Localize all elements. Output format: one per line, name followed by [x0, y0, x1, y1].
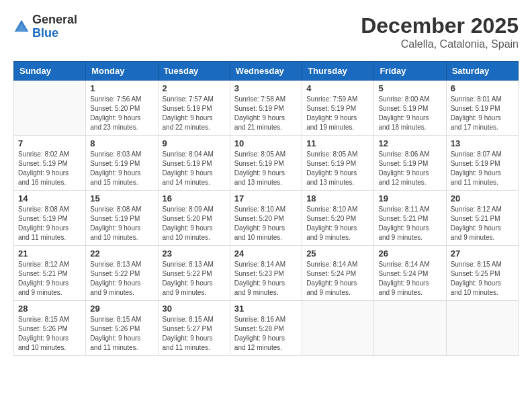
- day-info: Sunrise: 8:08 AMSunset: 5:19 PMDaylight:…: [18, 205, 81, 242]
- logo: General Blue: [13, 13, 77, 40]
- header-cell-monday: Monday: [86, 62, 158, 81]
- header-cell-thursday: Thursday: [302, 62, 374, 81]
- day-info: Sunrise: 8:10 AMSunset: 5:20 PMDaylight:…: [306, 205, 369, 242]
- title-area: December 2025 Calella, Catalonia, Spain: [361, 13, 519, 50]
- header-cell-tuesday: Tuesday: [158, 62, 230, 81]
- day-info: Sunrise: 8:15 AMSunset: 5:25 PMDaylight:…: [451, 260, 514, 298]
- calendar-cell: 6Sunrise: 8:01 AMSunset: 5:19 PMDaylight…: [446, 81, 518, 136]
- header-cell-friday: Friday: [374, 62, 446, 81]
- day-info: Sunrise: 8:06 AMSunset: 5:19 PMDaylight:…: [378, 150, 441, 187]
- day-info: Sunrise: 8:14 AMSunset: 5:23 PMDaylight:…: [234, 260, 298, 298]
- day-info: Sunrise: 8:12 AMSunset: 5:21 PMDaylight:…: [18, 260, 81, 298]
- day-number: 5: [378, 83, 441, 93]
- calendar-cell: 28Sunrise: 8:15 AMSunset: 5:26 PMDayligh…: [14, 301, 86, 356]
- calendar-cell: 9Sunrise: 8:04 AMSunset: 5:19 PMDaylight…: [158, 136, 230, 191]
- day-number: 20: [451, 193, 514, 203]
- day-info: Sunrise: 8:08 AMSunset: 5:19 PMDaylight:…: [90, 205, 153, 242]
- day-info: Sunrise: 7:57 AMSunset: 5:19 PMDaylight:…: [163, 95, 226, 132]
- day-number: 25: [306, 248, 369, 259]
- day-number: 18: [306, 193, 369, 203]
- day-info: Sunrise: 8:14 AMSunset: 5:24 PMDaylight:…: [378, 260, 441, 298]
- calendar-cell: [374, 301, 446, 356]
- day-info: Sunrise: 8:01 AMSunset: 5:19 PMDaylight:…: [451, 95, 514, 132]
- calendar-cell: 14Sunrise: 8:08 AMSunset: 5:19 PMDayligh…: [14, 191, 86, 246]
- day-info: Sunrise: 8:11 AMSunset: 5:21 PMDaylight:…: [378, 205, 441, 242]
- day-number: 26: [378, 248, 441, 259]
- day-info: Sunrise: 8:05 AMSunset: 5:19 PMDaylight:…: [306, 150, 369, 187]
- day-number: 1: [90, 83, 153, 93]
- day-info: Sunrise: 8:16 AMSunset: 5:28 PMDaylight:…: [234, 315, 298, 353]
- day-info: Sunrise: 8:15 AMSunset: 5:27 PMDaylight:…: [163, 315, 226, 353]
- calendar-cell: 8Sunrise: 8:03 AMSunset: 5:19 PMDaylight…: [86, 136, 158, 191]
- day-number: 4: [306, 83, 369, 93]
- header-cell-wednesday: Wednesday: [230, 62, 302, 81]
- calendar-week-1: 1Sunrise: 7:56 AMSunset: 5:20 PMDaylight…: [14, 81, 519, 136]
- day-info: Sunrise: 8:14 AMSunset: 5:24 PMDaylight:…: [306, 260, 369, 298]
- calendar-cell: 11Sunrise: 8:05 AMSunset: 5:19 PMDayligh…: [302, 136, 374, 191]
- calendar-cell: [302, 301, 374, 356]
- day-info: Sunrise: 8:05 AMSunset: 5:19 PMDaylight:…: [234, 150, 298, 187]
- calendar-cell: 29Sunrise: 8:15 AMSunset: 5:26 PMDayligh…: [86, 301, 158, 356]
- calendar-cell: 15Sunrise: 8:08 AMSunset: 5:19 PMDayligh…: [86, 191, 158, 246]
- day-number: 24: [234, 248, 298, 259]
- logo-blue-text: Blue: [32, 27, 77, 40]
- day-number: 10: [234, 138, 298, 148]
- calendar-cell: 7Sunrise: 8:02 AMSunset: 5:19 PMDaylight…: [14, 136, 86, 191]
- calendar-cell: 23Sunrise: 8:13 AMSunset: 5:22 PMDayligh…: [158, 246, 230, 301]
- calendar-cell: 22Sunrise: 8:13 AMSunset: 5:22 PMDayligh…: [86, 246, 158, 301]
- location-title: Calella, Catalonia, Spain: [361, 38, 519, 50]
- day-number: 31: [234, 304, 298, 314]
- month-title: December 2025: [361, 13, 519, 38]
- day-number: 22: [90, 248, 153, 259]
- day-info: Sunrise: 8:12 AMSunset: 5:21 PMDaylight:…: [451, 205, 514, 242]
- calendar-cell: 3Sunrise: 7:58 AMSunset: 5:19 PMDaylight…: [230, 81, 302, 136]
- day-info: Sunrise: 8:15 AMSunset: 5:26 PMDaylight:…: [18, 315, 81, 353]
- header: General Blue December 2025 Calella, Cata…: [13, 13, 519, 50]
- calendar-week-4: 21Sunrise: 8:12 AMSunset: 5:21 PMDayligh…: [14, 246, 519, 301]
- day-number: 7: [18, 138, 81, 148]
- calendar-cell: 20Sunrise: 8:12 AMSunset: 5:21 PMDayligh…: [446, 191, 518, 246]
- calendar-cell: 10Sunrise: 8:05 AMSunset: 5:19 PMDayligh…: [230, 136, 302, 191]
- day-number: 15: [90, 193, 153, 203]
- header-cell-saturday: Saturday: [446, 62, 518, 81]
- logo-icon: [13, 19, 30, 35]
- calendar-header: SundayMondayTuesdayWednesdayThursdayFrid…: [14, 62, 519, 81]
- day-info: Sunrise: 8:03 AMSunset: 5:19 PMDaylight:…: [90, 150, 153, 187]
- header-row: SundayMondayTuesdayWednesdayThursdayFrid…: [14, 62, 519, 81]
- day-number: 29: [90, 304, 153, 314]
- calendar-cell: 18Sunrise: 8:10 AMSunset: 5:20 PMDayligh…: [302, 191, 374, 246]
- calendar-cell: 1Sunrise: 7:56 AMSunset: 5:20 PMDaylight…: [86, 81, 158, 136]
- day-number: 11: [306, 138, 369, 148]
- day-info: Sunrise: 8:02 AMSunset: 5:19 PMDaylight:…: [18, 150, 81, 187]
- calendar-week-2: 7Sunrise: 8:02 AMSunset: 5:19 PMDaylight…: [14, 136, 519, 191]
- calendar-cell: 21Sunrise: 8:12 AMSunset: 5:21 PMDayligh…: [14, 246, 86, 301]
- day-number: 12: [378, 138, 441, 148]
- calendar-cell: 12Sunrise: 8:06 AMSunset: 5:19 PMDayligh…: [374, 136, 446, 191]
- calendar-cell: [446, 301, 518, 356]
- day-info: Sunrise: 8:10 AMSunset: 5:20 PMDaylight:…: [234, 205, 298, 242]
- day-info: Sunrise: 7:56 AMSunset: 5:20 PMDaylight:…: [90, 95, 153, 132]
- day-info: Sunrise: 8:15 AMSunset: 5:26 PMDaylight:…: [90, 315, 153, 353]
- day-number: 8: [90, 138, 153, 148]
- day-info: Sunrise: 8:13 AMSunset: 5:22 PMDaylight:…: [90, 260, 153, 298]
- calendar-cell: 27Sunrise: 8:15 AMSunset: 5:25 PMDayligh…: [446, 246, 518, 301]
- calendar-cell: 24Sunrise: 8:14 AMSunset: 5:23 PMDayligh…: [230, 246, 302, 301]
- calendar-cell: 13Sunrise: 8:07 AMSunset: 5:19 PMDayligh…: [446, 136, 518, 191]
- calendar-cell: 31Sunrise: 8:16 AMSunset: 5:28 PMDayligh…: [230, 301, 302, 356]
- day-info: Sunrise: 7:59 AMSunset: 5:19 PMDaylight:…: [306, 95, 369, 132]
- day-number: 6: [451, 83, 514, 93]
- day-number: 16: [163, 193, 226, 203]
- day-number: 13: [451, 138, 514, 148]
- day-info: Sunrise: 8:13 AMSunset: 5:22 PMDaylight:…: [163, 260, 226, 298]
- logo-text: General Blue: [32, 13, 77, 40]
- calendar-week-5: 28Sunrise: 8:15 AMSunset: 5:26 PMDayligh…: [14, 301, 519, 356]
- day-number: 23: [163, 248, 226, 259]
- calendar-cell: 19Sunrise: 8:11 AMSunset: 5:21 PMDayligh…: [374, 191, 446, 246]
- day-number: 17: [234, 193, 298, 203]
- day-number: 28: [18, 304, 81, 314]
- logo-general-text: General: [32, 13, 77, 27]
- day-info: Sunrise: 8:04 AMSunset: 5:19 PMDaylight:…: [163, 150, 226, 187]
- day-number: 21: [18, 248, 81, 259]
- calendar-cell: 26Sunrise: 8:14 AMSunset: 5:24 PMDayligh…: [374, 246, 446, 301]
- calendar-cell: [14, 81, 86, 136]
